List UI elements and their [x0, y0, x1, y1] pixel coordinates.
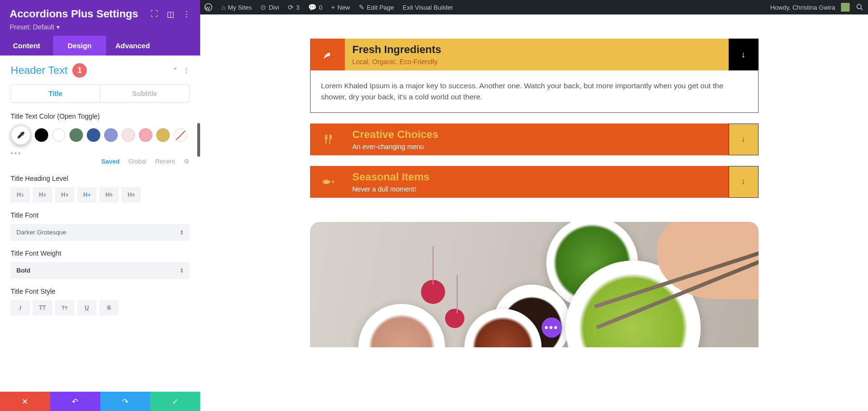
select-caret-icon: ▲▼	[180, 268, 184, 274]
style-underline[interactable]: U	[77, 300, 96, 315]
tab-content[interactable]: Content	[0, 36, 53, 55]
swatch-blush[interactable]	[122, 128, 135, 142]
heading-h1[interactable]: H1	[11, 187, 30, 203]
sidebar-footer: ✕ ↶ ↷ ✓	[0, 392, 200, 411]
kebab-icon[interactable]: ⋮	[183, 10, 190, 19]
subtab-title[interactable]: Title	[11, 85, 100, 102]
swatch-black[interactable]	[35, 128, 48, 142]
more-swatches-icon[interactable]: •••	[11, 149, 190, 158]
edit-page-link[interactable]: ✎Edit Page	[359, 3, 394, 11]
font-select[interactable]: Darker Grotesque ▲▼	[11, 224, 190, 241]
columns-icon[interactable]: ◫	[167, 10, 174, 19]
heading-h4[interactable]: H4	[77, 187, 96, 203]
accordion-item: Fresh Ingredients Local. Organic. Eco-Fr…	[310, 39, 759, 113]
select-caret-icon: ▲▼	[180, 230, 184, 235]
accordion-title: Seasonal Items	[353, 171, 721, 183]
accordion-subtitle: Never a dull moment!	[353, 185, 721, 193]
palette-recent[interactable]: Recent	[155, 158, 175, 165]
section-menu-icon[interactable]: ⋮	[183, 67, 190, 74]
utensils-icon	[310, 123, 345, 155]
site-link[interactable]: ⊙Divi	[260, 3, 279, 11]
leaf-icon	[310, 39, 345, 70]
style-italic[interactable]: I	[11, 300, 30, 315]
swatch-white[interactable]	[52, 128, 66, 142]
wp-adminbar: ⌂My Sites ⊙Divi ⟳3 💬0 +New ✎Edit Page Ex…	[200, 0, 868, 14]
new-link[interactable]: +New	[331, 3, 350, 11]
preset-selector[interactable]: Preset: Default ▾	[10, 23, 190, 31]
accordion-title: Creative Choices	[353, 128, 721, 141]
updates-link[interactable]: ⟳3	[288, 3, 299, 11]
comments-link[interactable]: 💬0	[308, 3, 322, 11]
tab-advanced[interactable]: Advanced	[106, 36, 159, 55]
accordion-title: Fresh Ingredients	[353, 43, 721, 56]
my-sites-link[interactable]: ⌂My Sites	[221, 3, 252, 11]
accordion-header[interactable]: Seasonal Items Never a dull moment! ↓	[310, 166, 759, 198]
accordion-header[interactable]: Fresh Ingredients Local. Organic. Eco-Fr…	[310, 39, 759, 70]
weight-label: Title Font Weight	[11, 249, 190, 257]
style-strikethrough[interactable]: S	[99, 300, 119, 315]
tab-design[interactable]: Design	[53, 36, 106, 55]
search-icon[interactable]	[855, 3, 864, 12]
accordion-body: Lorem Khaled Ipsum is a major key to suc…	[310, 70, 759, 113]
radish	[445, 309, 464, 328]
style-label: Title Font Style	[11, 288, 190, 295]
heading-h5[interactable]: H5	[99, 187, 119, 203]
svg-point-0	[324, 181, 325, 182]
arrow-down-icon[interactable]: ↓	[729, 123, 759, 155]
weight-select[interactable]: Bold ▲▼	[11, 262, 190, 279]
radish	[421, 280, 445, 304]
style-uppercase[interactable]: TT	[33, 300, 52, 315]
fish-icon	[310, 166, 345, 198]
color-label: Title Text Color (Open Toggle)	[11, 112, 190, 120]
redo-button[interactable]: ↷	[100, 392, 150, 411]
swatch-gold[interactable]	[156, 128, 170, 142]
font-label: Title Font	[11, 211, 190, 219]
accordion-header[interactable]: Creative Choices An ever-changing menu ↓	[310, 123, 759, 155]
swatch-pink[interactable]	[139, 128, 152, 142]
palette-global[interactable]: Global	[128, 158, 147, 165]
swatch-periwinkle[interactable]	[104, 128, 118, 142]
accordion-item: Seasonal Items Never a dull moment! ↓	[310, 166, 759, 198]
swatch-green[interactable]	[69, 128, 83, 142]
avatar[interactable]	[841, 3, 850, 12]
heading-h3[interactable]: H3	[55, 187, 74, 203]
style-smallcaps[interactable]: Tᴛ	[55, 300, 74, 315]
exit-visual-builder[interactable]: Exit Visual Builder	[403, 4, 453, 11]
sidebar-header: Accordions Plus Settings ⛶ ◫ ⋮ Preset: D…	[0, 0, 200, 36]
heading-h2[interactable]: H2	[33, 187, 52, 203]
accordion-subtitle: Local. Organic. Eco-Friendly.	[353, 58, 721, 66]
undo-button[interactable]: ↶	[50, 392, 100, 411]
caret-down-icon: ▾	[56, 23, 60, 31]
arrow-down-icon[interactable]: ↓	[729, 166, 759, 198]
wp-logo[interactable]	[204, 3, 213, 12]
save-button[interactable]: ✓	[150, 392, 200, 411]
accordion-subtitle: An ever-changing menu	[353, 143, 721, 151]
module-fab[interactable]: •••	[542, 317, 562, 338]
section-header-text[interactable]: Header Text	[11, 64, 68, 77]
swatch-none[interactable]	[174, 128, 187, 142]
bowl-salt	[358, 304, 445, 347]
palette-settings-icon[interactable]: ⚙	[184, 158, 190, 165]
cancel-button[interactable]: ✕	[0, 392, 50, 411]
hero-image: •••	[310, 222, 759, 347]
svg-point-2	[857, 4, 861, 9]
expand-icon[interactable]: ⛶	[150, 10, 158, 19]
subtabs: Title Subtitle	[11, 84, 190, 103]
chopsticks	[590, 227, 759, 333]
heading-level-label: Title Heading Level	[11, 175, 190, 182]
eyedropper-swatch[interactable]	[11, 125, 31, 145]
swatch-navy[interactable]	[87, 128, 100, 142]
collapse-icon[interactable]: ⌃	[172, 67, 178, 74]
howdy-user[interactable]: Howdy, Christina Gwira	[770, 4, 835, 11]
module-title: Accordions Plus Settings	[10, 8, 150, 20]
section-badge: 1	[72, 63, 87, 78]
preview-pane: Fresh Ingredients Local. Organic. Eco-Fr…	[200, 0, 868, 411]
heading-h6[interactable]: H6	[122, 187, 141, 203]
accordion-item: Creative Choices An ever-changing menu ↓	[310, 123, 759, 155]
settings-sidebar: Accordions Plus Settings ⛶ ◫ ⋮ Preset: D…	[0, 0, 200, 411]
main-tabs: Content Design Advanced	[0, 36, 200, 55]
palette-saved[interactable]: Saved	[101, 158, 120, 165]
subtab-subtitle[interactable]: Subtitle	[100, 85, 189, 102]
arrow-down-icon[interactable]: ↓	[729, 39, 759, 70]
